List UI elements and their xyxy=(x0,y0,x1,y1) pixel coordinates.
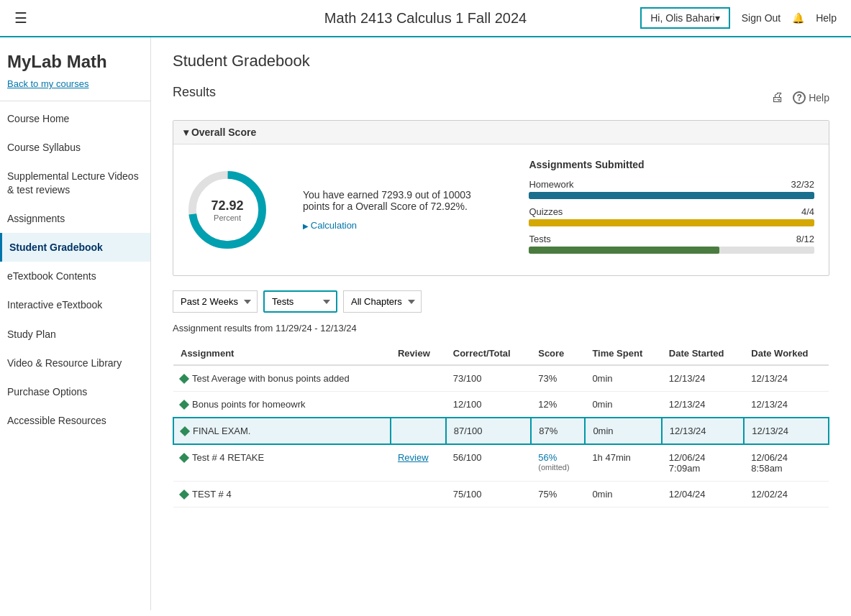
sidebar-item-student-gradebook[interactable]: Student Gradebook xyxy=(0,233,150,262)
sidebar-item-etextbook-contents[interactable]: eTextbook Contents xyxy=(0,262,150,290)
cell-review xyxy=(391,482,446,507)
cell-correct-total: 12/100 xyxy=(446,392,531,418)
bar-label: Tests 8/12 xyxy=(529,234,814,244)
bar-fill xyxy=(529,247,719,254)
table-head: Assignment Review Correct/Total Score Ti… xyxy=(173,342,829,365)
col-correct-total: Correct/Total xyxy=(446,342,531,365)
sidebar: MyLab Math Back to my courses Course Hom… xyxy=(0,37,151,610)
results-table: Assignment Review Correct/Total Score Ti… xyxy=(173,342,829,507)
sidebar-item-accessible-resources[interactable]: Accessible Resources xyxy=(0,406,150,435)
cell-score: 87% xyxy=(531,418,585,444)
diamond-icon xyxy=(179,489,189,499)
table-row: Test Average with bonus points added73/1… xyxy=(173,365,829,392)
col-time-spent: Time Spent xyxy=(585,342,661,365)
donut-label: Percent xyxy=(211,213,243,222)
layout: MyLab Math Back to my courses Course Hom… xyxy=(0,37,851,610)
notification-bell-icon[interactable]: 🔔 xyxy=(792,12,804,24)
table-row: Test # 4 RETAKEReview56/10056%(omitted)1… xyxy=(173,444,829,482)
cell-date-started: 12/13/24 xyxy=(662,418,744,444)
cell-correct-total: 75/100 xyxy=(446,482,531,507)
cell-score: 12% xyxy=(531,392,585,418)
cell-date-worked: 12/06/248:58am xyxy=(744,444,829,482)
sidebar-item-purchase-options[interactable]: Purchase Options xyxy=(0,377,150,406)
bar-fill xyxy=(529,219,814,226)
type-filter[interactable]: Tests Homework Quizzes All xyxy=(263,290,337,313)
col-date-worked: Date Worked xyxy=(744,342,829,365)
diamond-icon xyxy=(179,399,189,409)
main-content: Student Gradebook Results 🖨 ? Help ▾ Ove… xyxy=(151,37,851,610)
overall-score-header: ▾ Overall Score xyxy=(173,121,829,144)
results-heading: Results xyxy=(173,85,216,100)
print-button[interactable]: 🖨 xyxy=(771,90,784,105)
results-help-button[interactable]: ? Help xyxy=(793,91,829,104)
overall-score-label: ▾ Overall Score xyxy=(183,127,256,138)
col-assignment: Assignment xyxy=(173,342,391,365)
cell-correct-total: 73/100 xyxy=(446,365,531,392)
filters: Past 2 Weeks All Time Tests Homework Qui… xyxy=(173,290,829,313)
bar-row-homework: Homework 32/32 xyxy=(529,179,814,199)
sidebar-item-assignments[interactable]: Assignments xyxy=(0,204,150,233)
cell-date-worked: 12/02/24 xyxy=(744,482,829,507)
cell-assignment: Test # 4 RETAKE xyxy=(173,444,391,482)
cell-date-started: 12/13/24 xyxy=(662,392,744,418)
calculation-link[interactable]: Calculation xyxy=(303,220,357,231)
sidebar-item-video-resource-library[interactable]: Video & Resource Library xyxy=(0,349,150,377)
date-range-text: Assignment results from 11/29/24 - 12/13… xyxy=(173,323,829,334)
sign-out-link[interactable]: Sign Out xyxy=(742,12,781,24)
sidebar-item-course-home[interactable]: Course Home xyxy=(0,104,150,133)
time-filter[interactable]: Past 2 Weeks All Time xyxy=(173,290,258,313)
user-menu-button[interactable]: Hi, Olis Bahari▾ xyxy=(640,7,729,29)
cell-time-spent: 0min xyxy=(585,365,661,392)
header-right: Hi, Olis Bahari▾ Sign Out 🔔 Help xyxy=(640,7,837,29)
sidebar-brand: MyLab Math xyxy=(0,45,150,75)
cell-date-worked: 12/13/24 xyxy=(744,418,829,444)
bar-track xyxy=(529,247,814,254)
diamond-icon xyxy=(179,373,189,383)
assignments-submitted-heading: Assignments Submitted xyxy=(529,159,814,170)
donut-chart: 72.92 Percent xyxy=(188,170,267,249)
cell-correct-total: 87/100 xyxy=(446,418,531,444)
cell-score: 73% xyxy=(531,365,585,392)
bar-label: Quizzes 4/4 xyxy=(529,206,814,217)
donut-center: 72.92 Percent xyxy=(211,198,243,222)
help-link[interactable]: Help xyxy=(816,12,837,24)
table-body: Test Average with bonus points added73/1… xyxy=(173,365,829,507)
cell-review xyxy=(391,418,446,444)
sidebar-divider xyxy=(0,101,150,101)
assignments-submitted: Assignments Submitted Homework 32/32 Qui… xyxy=(529,159,814,261)
cell-time-spent: 0min xyxy=(585,418,661,444)
score-text: You have earned 7293.9 out of 10003 poin… xyxy=(303,189,493,212)
cell-date-worked: 12/13/24 xyxy=(744,392,829,418)
cell-date-worked: 12/13/24 xyxy=(744,365,829,392)
cell-date-started: 12/04/24 xyxy=(662,482,744,507)
cell-time-spent: 1h 47min xyxy=(585,444,661,482)
sidebar-item-interactive-etextbook[interactable]: Interactive eTextbook xyxy=(0,290,150,319)
col-review: Review xyxy=(391,342,446,365)
donut-percent: 72.92 xyxy=(211,198,243,213)
header-left: ☰ xyxy=(14,9,27,27)
sidebar-item-study-plan[interactable]: Study Plan xyxy=(0,320,150,349)
sidebar-item-course-syllabus[interactable]: Course Syllabus xyxy=(0,133,150,162)
col-date-started: Date Started xyxy=(662,342,744,365)
cell-review[interactable]: Review xyxy=(391,444,446,482)
score-info: You have earned 7293.9 out of 10003 poin… xyxy=(303,189,493,231)
cell-assignment: TEST # 4 xyxy=(173,482,391,507)
cell-review xyxy=(391,392,446,418)
hamburger-icon[interactable]: ☰ xyxy=(14,9,27,27)
bar-label: Homework 32/32 xyxy=(529,179,814,190)
overall-score-body: 72.92 Percent You have earned 7293.9 out… xyxy=(173,144,829,275)
table-row: FINAL EXAM.87/10087%0min12/13/2412/13/24 xyxy=(173,418,829,444)
review-link[interactable]: Review xyxy=(398,452,429,463)
cell-review xyxy=(391,365,446,392)
cell-correct-total: 56/100 xyxy=(446,444,531,482)
diamond-icon xyxy=(179,452,189,462)
bar-fill xyxy=(529,192,814,199)
cell-date-started: 12/13/24 xyxy=(662,365,744,392)
cell-assignment: Test Average with bonus points added xyxy=(173,365,391,392)
overall-score-panel: ▾ Overall Score 72.92 Percent You ha xyxy=(173,120,829,276)
chapters-filter[interactable]: All Chapters xyxy=(343,290,422,313)
back-to-courses-link[interactable]: Back to my courses xyxy=(0,75,150,98)
sidebar-item-supplemental-lecture[interactable]: Supplemental Lecture Videos & test revie… xyxy=(0,162,150,203)
table-header-row: Assignment Review Correct/Total Score Ti… xyxy=(173,342,829,365)
header: ☰ Math 2413 Calculus 1 Fall 2024 Hi, Oli… xyxy=(0,0,851,37)
